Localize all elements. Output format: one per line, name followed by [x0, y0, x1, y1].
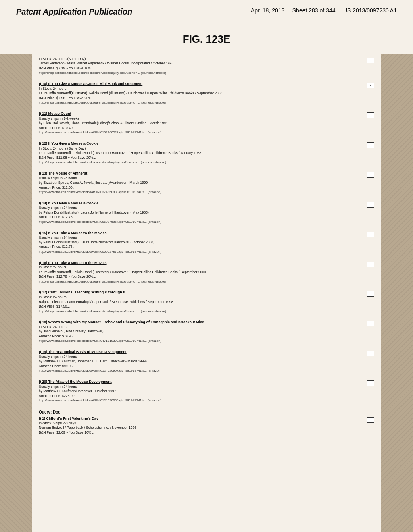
stock-status: In Stock: 24 hours — [39, 325, 67, 329]
patent-meta: Apr. 18, 2013 Sheet 283 of 344 US 2013/0… — [251, 7, 397, 14]
entry-checkbox[interactable]: 7 — [367, 83, 374, 88]
book-title: I) 20) The Atlas of the Mouse Developmen… — [39, 380, 112, 384]
entry-checkbox[interactable] — [367, 321, 374, 326]
stock-status: In Stock: 24 hours — [39, 87, 67, 91]
entry-checkbox[interactable] — [367, 172, 374, 178]
list-item: In Stock: 24 hours (Same Day) James Patt… — [39, 57, 374, 78]
author-info: by Matthew H. Kaufman, Jonathan B. L. Ba… — [39, 359, 147, 363]
book-title: I) 16) If You Take a Mouse to the Movies — [39, 261, 107, 265]
price-info: Amazon Price: $79.95... — [39, 334, 75, 338]
list-item: I) 10) If You Give a Mouse a Cookie Mini… — [39, 82, 374, 108]
author-info: James Patterson / Mass Market Paperback … — [39, 61, 173, 65]
entry-checkbox[interactable] — [367, 202, 374, 208]
list-item: I) 12) If You Give a Mouse a Cookie In S… — [39, 141, 374, 167]
patent-date: Apr. 18, 2013 — [251, 7, 284, 14]
page-header: Patent Application Publication Apr. 18, … — [0, 0, 413, 21]
stock-status: In Stock: 24 hours (Same Day) — [39, 146, 86, 150]
author-info: by Felicia Bond(Illustrator), Laura Joff… — [39, 210, 149, 214]
book-url: http://shop.barnesandnoble.com/booksearc… — [39, 160, 166, 164]
patent-title: Patent Application Publication — [16, 7, 132, 17]
author-info: by Jacqueline N., Phd Crawley(Hardcover) — [39, 329, 104, 333]
entry-checkbox[interactable] — [367, 112, 374, 118]
price-info: Amazon Price: $10.40... — [39, 126, 75, 130]
entry-checkbox[interactable] — [367, 380, 374, 386]
book-url: http://www.amazon.com/exec/obidos/ASIN/0… — [39, 220, 161, 224]
stock-status: In-Stock: Ships 2-3 days — [39, 421, 76, 425]
book-url: http://shop.barnesandnoble.com/booksearc… — [39, 71, 166, 75]
author-info: Norman Bridwell / Paperback / Scholastic… — [39, 426, 136, 430]
entry-checkbox[interactable] — [367, 262, 374, 267]
book-url: http://shop.barnesandnoble.com/booksearc… — [39, 310, 166, 313]
author-info: by Ellen Stoll Walsh, Diane D'Andrade(Ed… — [39, 121, 168, 125]
stock-status: Usually ships in 24 hours — [39, 235, 77, 239]
book-title: I) 1) Clifford's First Valentine's Day — [39, 416, 98, 420]
entry-checkbox[interactable] — [367, 351, 374, 356]
center-panel: In Stock: 24 hours (Same Day) James Patt… — [32, 54, 381, 532]
list-item: I) 15) If You Take a Mouse to the Movies… — [39, 231, 374, 257]
entry-checkbox[interactable] — [367, 142, 374, 148]
stock-status: Usually ships in 24 hours — [39, 206, 77, 210]
stock-status: Usually ships in 24 hours — [39, 355, 77, 359]
price-info: B&N Price: $7.98 ~ You Save 20%... — [39, 96, 94, 100]
price-info: B&N Price: $2.69 ~ You Save 10%... — [39, 430, 94, 434]
sidebar-right — [381, 54, 413, 532]
price-info: B&N Price: $12.78 ~ You Save 20%... — [39, 274, 96, 278]
book-url: http://www.amazon.com/exec/obidos/ASIN/0… — [39, 131, 161, 134]
book-title: I) 15) If You Take a Mouse to the Movies — [39, 231, 107, 235]
patent-number: US 2013/0097230 A1 — [343, 7, 397, 14]
book-title: I) 10) If You Give a Mouse a Cookie Mini… — [39, 82, 142, 86]
price-info: B&N Price: $11.98 ~ You Save 20%... — [39, 156, 96, 160]
list-item: I) 16) If You Take a Mouse to the Movies… — [39, 261, 374, 287]
stock-status: Usually ships in 1-2 weeks — [39, 116, 79, 121]
author-info: Laura Joffe Numeroff, Felicia Bond (Illu… — [39, 270, 206, 274]
price-info: B&N Price: $7.19 ~ You Save 10%... — [39, 66, 94, 70]
author-info: by Elizabeth Spires, Claire A. Nivola(Il… — [39, 181, 148, 185]
figure-title-area: FIG. 123E — [0, 21, 413, 54]
book-title: I) 11) Mouse Count — [39, 112, 71, 116]
patent-sheet: Sheet 283 of 344 — [292, 7, 336, 14]
book-title: I) 18) What's Wrong with My Mouse?: Beha… — [39, 320, 204, 324]
list-item: I) 19) The Anatomical Basis of Mouse Dev… — [39, 350, 374, 376]
book-title: I) 17) Craft Lessons: Teaching Writing K… — [39, 290, 125, 294]
price-info: Amazon Price: $99.95... — [39, 364, 75, 368]
author-info: by Felicia Bond(Illustrator), Laura Joff… — [39, 240, 154, 244]
entry-checkbox[interactable] — [367, 417, 374, 423]
book-url: http://www.amazon.com/exec/obidos/ASIN/0… — [39, 339, 161, 343]
list-item: I) 11) Mouse Count Usually ships in 1-2 … — [39, 112, 374, 137]
price-info: Amazon Price: $12.76... — [39, 215, 75, 219]
price-info: Amazon Price: $12.00... — [39, 185, 75, 189]
figure-title: FIG. 123E — [0, 33, 413, 46]
stock-status: Usually ships in 24 hours — [39, 384, 77, 389]
list-item: I) 18) What's Wrong with My Mouse?: Beha… — [39, 320, 374, 346]
author-info: Laura Joffe Numeroff, Felicia Bond (Illu… — [39, 151, 201, 155]
entry-checkbox[interactable] — [367, 291, 374, 297]
stock-status: Usually ships in 24 hours — [39, 176, 77, 180]
page-container: Patent Application Publication Apr. 18, … — [0, 0, 413, 532]
book-url: http://www.amazon.com/exec/obidos/ASIN/0… — [39, 399, 161, 402]
book-url: http://shop.barnesandnoble.com/booksearc… — [39, 280, 166, 283]
entry-checkbox[interactable] — [367, 58, 374, 63]
book-url: http://shop.barnesandnoble.com/booksearc… — [39, 101, 166, 104]
book-title: I) 13) The Mouse of Amherst — [39, 171, 87, 175]
book-url: http://www.amazon.com/exec/obidos/ASIN/0… — [39, 250, 161, 254]
book-title: I) 12) If You Give a Mouse a Cookie — [39, 141, 98, 145]
main-content: In Stock: 24 hours (Same Day) James Patt… — [0, 54, 413, 532]
list-item: I) 20) The Atlas of the Mouse Developmen… — [39, 380, 374, 405]
price-info: Amazon Price: $225.00... — [39, 394, 77, 398]
author-info: Ralph J. Fletcher Joann Portalupi / Pape… — [39, 300, 173, 304]
list-item: I) 1) Clifford's First Valentine's Day I… — [39, 416, 374, 437]
query-dog-header: Query: Dog — [39, 409, 374, 415]
price-info: Amazon Price: $12.76... — [39, 245, 75, 249]
sidebar-left — [0, 54, 32, 532]
list-item: I) 14) If You Give a Mouse a Cookie Usua… — [39, 201, 374, 227]
entry-checkbox[interactable] — [367, 232, 374, 237]
stock-status: In Stock: 24 hours — [39, 295, 67, 299]
stock-status: In Stock: 24 hours (Same Day) — [39, 57, 86, 61]
author-info: Laura Joffe Numeroff(Illustrator), Felic… — [39, 91, 222, 95]
book-url: http://www.amazon.com/exec/obidos/ASIN/0… — [39, 369, 161, 372]
stock-status: In Stock: 24 hours — [39, 265, 67, 269]
book-url: http://www.amazon.com/exec/obidos/ASIN/0… — [39, 190, 161, 194]
price-info: B&N Price: $17.50... — [39, 304, 70, 308]
author-info: by Matthew H. Kaufman/Hardcover - Octobe… — [39, 389, 116, 393]
list-item: I) 13) The Mouse of Amherst Usually ship… — [39, 171, 374, 197]
